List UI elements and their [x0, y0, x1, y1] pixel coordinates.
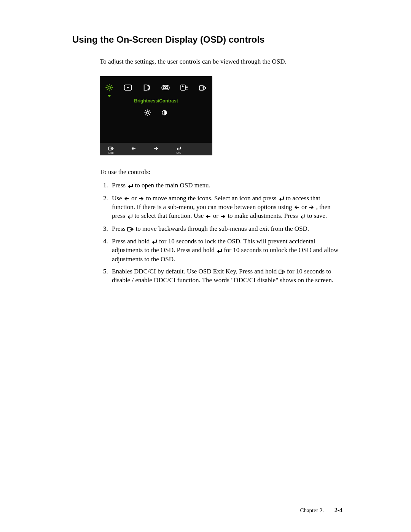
- brightness-icon: [144, 109, 151, 116]
- page-number: 2-4: [335, 507, 342, 513]
- active-indicator-icon: [107, 95, 111, 97]
- osd-tab-position: [118, 79, 137, 96]
- sun-icon: [105, 84, 113, 91]
- osd-bottom-left: [122, 144, 145, 155]
- enter-icon: [127, 181, 133, 190]
- osd-tab-image: [137, 79, 156, 96]
- step-5: Enables DDC/CI by default. Use OSD Exit …: [110, 267, 342, 285]
- step-1: Press to open the main OSD menu.: [110, 181, 342, 190]
- position-icon: [123, 84, 132, 91]
- exit-icon: [279, 267, 285, 276]
- osd-bottom-ok: OK: [167, 144, 190, 155]
- page-footer: Chapter 2. 2-4: [300, 507, 342, 514]
- osd-label: Brightness/Contrast: [100, 96, 212, 107]
- chapter-label: Chapter 2.: [300, 507, 323, 513]
- right-arrow-icon: [220, 212, 226, 220]
- color-icon: [161, 84, 170, 91]
- left-arrow-icon: [205, 212, 211, 220]
- left-arrow-icon: [124, 194, 130, 203]
- left-arrow-icon: [131, 144, 136, 151]
- section-title: Using the On-Screen Display (OSD) contro…: [72, 34, 342, 45]
- enter-icon: [299, 212, 306, 220]
- contrast-icon: [161, 109, 168, 116]
- enter-icon: [151, 237, 157, 246]
- left-arrow-icon: [294, 203, 300, 211]
- osd-panel: Brightness/Contrast Exit OK: [100, 76, 212, 155]
- exit-icon: [127, 224, 134, 233]
- step-3: Press to move backwards through the sub-…: [110, 225, 342, 233]
- osd-bottom-exit: Exit: [100, 144, 122, 155]
- steps-list: Press to open the main OSD menu. Use or …: [100, 181, 342, 284]
- step-2: Use or to move among the icons. Select a…: [110, 194, 342, 221]
- exit-icon: [108, 144, 114, 151]
- osd-tab-options: [175, 79, 193, 96]
- ok-label: OK: [167, 152, 190, 155]
- image-setup-icon: [142, 84, 151, 91]
- step-4: Press and hold for 10 seconds to lock th…: [110, 237, 342, 264]
- options-icon: [180, 84, 189, 91]
- intro-text: To adjust the settings, the user control…: [100, 58, 342, 66]
- controls-subhead: To use the controls:: [100, 168, 342, 176]
- enter-icon: [278, 194, 284, 203]
- enter-icon: [216, 246, 222, 254]
- osd-bottom-right: [145, 144, 167, 155]
- osd-tab-brightness: [100, 79, 118, 96]
- osd-tab-color: [156, 79, 175, 96]
- enter-icon: [176, 144, 181, 151]
- right-arrow-icon: [308, 203, 314, 211]
- enter-icon: [127, 212, 133, 220]
- right-arrow-icon: [138, 194, 144, 203]
- osd-tab-exit: [194, 79, 212, 96]
- exit-label: Exit: [100, 152, 122, 155]
- exit-icon: [199, 84, 207, 91]
- right-arrow-icon: [153, 144, 159, 151]
